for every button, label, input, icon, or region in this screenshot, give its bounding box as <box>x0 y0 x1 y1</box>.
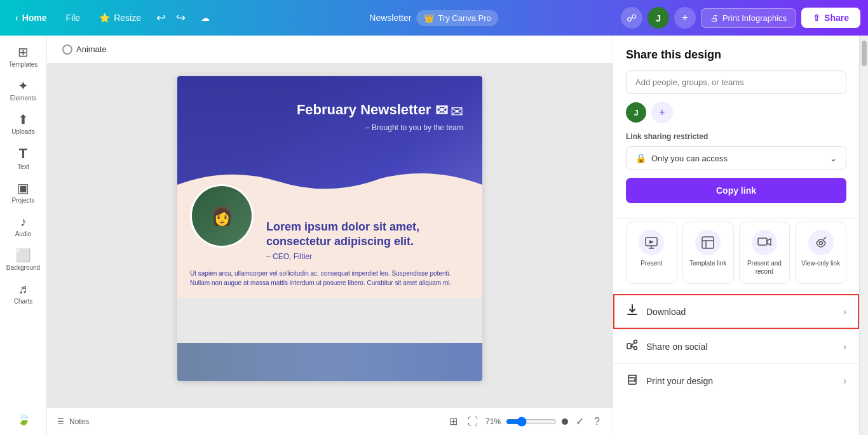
svg-line-10 <box>824 237 826 239</box>
print-infographics-button[interactable]: 🖨 Print Infographics <box>701 8 796 28</box>
star-icon: ⭐ <box>99 13 110 23</box>
newsletter-subtitle: – Brought to you by the team <box>297 123 463 132</box>
access-dropdown-inner: 🔒 Only you can access <box>635 153 728 163</box>
topbar-center: Newsletter 👑 Try Canva Pro <box>369 10 498 26</box>
present-label: Present <box>641 259 662 267</box>
share-panel-header: Share this design J + Link sharing restr… <box>613 36 859 219</box>
download-label: Download <box>646 307 686 317</box>
svg-point-17 <box>634 379 635 380</box>
chart-icon-button[interactable]: ☍ <box>621 7 642 29</box>
view-only-link-label: View-only link <box>801 259 840 267</box>
share-social-action[interactable]: Share on social › <box>613 329 859 363</box>
ceo-label: – CEO, Filtier <box>266 252 470 261</box>
sidebar-item-charts[interactable]: ♬ Charts <box>0 278 46 310</box>
cloud-save-button[interactable]: ☁ <box>193 9 217 27</box>
templates-icon: ⊞ <box>18 46 29 58</box>
topbar: ‹ Home File ⭐ Resize ↩ ↪ ☁ Newsletter 👑 … <box>0 0 868 36</box>
expand-button[interactable]: ⛶ <box>465 413 480 430</box>
share-options-grid: Present Template link Present and record <box>613 222 859 294</box>
scroll-thumb <box>862 41 867 66</box>
print-design-action[interactable]: Print your design › <box>613 363 859 398</box>
canvas-frame: 🔒 ⧉ February Newsletter ✉ ✉ – Brought to… <box>177 76 482 381</box>
avatar: J <box>648 7 669 29</box>
try-canva-pro-button[interactable]: 👑 Try Canva Pro <box>416 10 498 26</box>
download-chevron-icon: › <box>843 306 846 318</box>
present-icon <box>639 230 664 255</box>
canvas-area: Animate 🔒 ⧉ February Newslet <box>47 36 613 435</box>
body-text: Ut sapien arcu, ullamcorper vel sollicit… <box>190 269 470 288</box>
document-title: Newsletter <box>369 13 411 23</box>
sidebar-item-projects[interactable]: ▣ Projects <box>0 177 46 209</box>
download-action[interactable]: Download › <box>613 294 859 329</box>
sidebar-item-audio[interactable]: ♪ Audio <box>0 210 46 243</box>
brand-icon: 🍃 <box>17 413 31 425</box>
print-icon <box>626 373 639 389</box>
sidebar: ⊞ Templates ✦ Elements ⬆ Uploads T Text … <box>0 36 47 435</box>
resize-button[interactable]: ⭐ Resize <box>92 9 149 27</box>
share-panel-title: Share this design <box>626 48 846 62</box>
sidebar-item-uploads[interactable]: ⬆ Uploads <box>0 108 46 140</box>
charts-icon: ♬ <box>18 283 28 295</box>
share-button[interactable]: ⇧ Share <box>801 8 860 28</box>
crown-icon: 👑 <box>424 13 434 23</box>
main-layout: ⊞ Templates ✦ Elements ⬆ Uploads T Text … <box>0 36 868 435</box>
add-user-button[interactable]: + <box>651 102 673 123</box>
newsletter-canvas: February Newsletter ✉ ✉ – Brought to you… <box>177 76 482 381</box>
svg-marker-8 <box>767 239 771 245</box>
share-people-input[interactable] <box>626 70 846 94</box>
home-button[interactable]: ‹ Home <box>8 9 55 27</box>
animate-button[interactable]: Animate <box>57 42 112 57</box>
access-dropdown[interactable]: 🔒 Only you can access ⌄ <box>626 146 846 170</box>
zoom-dot <box>562 418 568 425</box>
chevron-left-icon: ‹ <box>15 13 18 23</box>
sidebar-item-brand[interactable]: 🍃 <box>0 408 46 430</box>
share-panel: Share this design J + Link sharing restr… <box>613 36 859 435</box>
topbar-right: ☍ J + 🖨 Print Infographics ⇧ Share <box>621 7 860 29</box>
sidebar-item-background[interactable]: ⬜ Background <box>0 244 46 276</box>
help-button[interactable]: ? <box>592 413 602 430</box>
svg-rect-7 <box>758 238 767 245</box>
sidebar-item-text[interactable]: T Text <box>0 142 46 175</box>
sidebar-item-elements[interactable]: ✦ Elements <box>0 74 46 107</box>
share-social-chevron-icon: › <box>843 341 846 352</box>
animate-circle-icon <box>62 44 72 55</box>
undo-button[interactable]: ↩ <box>153 8 170 27</box>
view-only-link-option[interactable]: View-only link <box>795 222 846 284</box>
scrollbar[interactable] <box>859 36 868 435</box>
person-avatar: 👩 <box>190 184 254 248</box>
canvas-wrapper: 🔒 ⧉ February Newsletter ✉ ✉ – Brought to… <box>47 64 613 407</box>
svg-point-14 <box>634 347 637 350</box>
present-record-label: Present and record <box>743 259 786 276</box>
copy-link-button[interactable]: Copy link <box>626 178 846 203</box>
template-link-icon <box>695 230 721 255</box>
template-link-label: Template link <box>689 259 726 267</box>
notes-label: Notes <box>69 417 89 426</box>
projects-icon: ▣ <box>17 182 29 194</box>
lock-icon: 🔒 <box>635 153 646 163</box>
download-icon <box>626 304 639 319</box>
current-user-avatar: J <box>626 102 646 123</box>
audio-icon: ♪ <box>20 215 27 228</box>
printer-icon: 🖨 <box>710 13 719 23</box>
view-only-link-icon <box>808 230 834 255</box>
text-icon: T <box>19 147 27 161</box>
cloud-icon: ☁ <box>201 13 210 23</box>
svg-point-9 <box>819 242 822 245</box>
present-record-option[interactable]: Present and record <box>739 222 790 284</box>
zoom-slider[interactable] <box>506 417 557 427</box>
animate-bar: Animate <box>47 36 613 64</box>
check-button[interactable]: ✓ <box>573 413 587 430</box>
mail-icon: ✉ <box>451 103 463 120</box>
link-restricted-label: Link sharing restricted <box>626 132 846 141</box>
template-link-option[interactable]: Template link <box>682 222 734 284</box>
grid-view-button[interactable]: ⊞ <box>447 413 460 430</box>
redo-button[interactable]: ↪ <box>172 8 189 27</box>
file-button[interactable]: File <box>58 9 88 27</box>
share-social-icon <box>626 338 639 354</box>
print-chevron-icon: › <box>843 375 846 387</box>
background-icon: ⬜ <box>15 249 31 262</box>
present-option[interactable]: Present <box>626 222 677 284</box>
add-collaborator-button[interactable]: + <box>674 7 696 29</box>
svg-marker-3 <box>649 240 654 244</box>
sidebar-item-templates[interactable]: ⊞ Templates <box>0 41 46 73</box>
